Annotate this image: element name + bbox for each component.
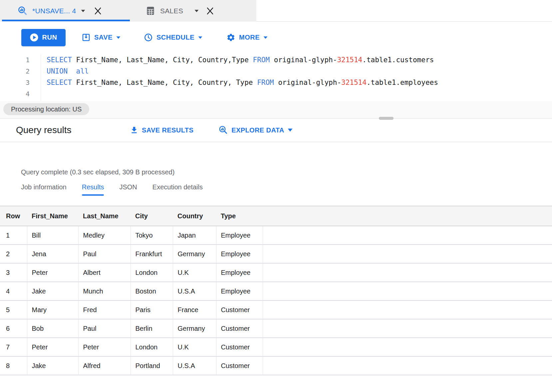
cell-type: Customer — [216, 300, 263, 319]
cell-row-number: 8 — [0, 356, 27, 375]
cell-type: Employee — [216, 263, 263, 282]
tab-execution-details[interactable]: Execution details — [152, 183, 203, 196]
cell-city: Tokyo — [131, 226, 173, 245]
cell-filler — [263, 226, 552, 245]
cell-last-name: Medley — [78, 226, 131, 245]
save-icon — [82, 33, 91, 42]
clock-icon — [144, 33, 153, 42]
cell-city: Boston — [131, 282, 173, 300]
cell-filler — [263, 282, 552, 300]
cell-city: London — [131, 263, 173, 282]
query-results-panel: Query complete (0.3 sec elapsed, 309 B p… — [0, 168, 552, 383]
tab-job-information[interactable]: Job information — [21, 183, 67, 196]
editor-tab-bar: *UNSAVE... 4 — [0, 0, 552, 22]
table-icon — [146, 6, 155, 16]
run-button[interactable]: RUN — [21, 29, 66, 46]
cell-country: Germany — [173, 245, 216, 263]
results-tab-underline — [82, 194, 104, 196]
cell-last-name: Paul — [78, 245, 131, 263]
cell-city: Paris — [131, 300, 173, 319]
save-results-button[interactable]: SAVE RESULTS — [130, 126, 193, 134]
query-toolbar: RUN SAVE SCHEDULE MORE — [0, 22, 552, 53]
chevron-down-icon — [288, 128, 293, 132]
cell-last-name: Munch — [78, 282, 131, 300]
cell-city: London — [131, 338, 173, 356]
tab-unsaved-query-caret[interactable] — [81, 10, 85, 12]
cell-type: Customer — [216, 338, 263, 356]
cell-last-name: Albert — [78, 263, 131, 282]
cell-type: Employee — [216, 245, 263, 263]
cell-type: Employee — [216, 282, 263, 300]
explore-data-icon — [219, 125, 228, 135]
bigquery-screen: *UNSAVE... 4 — [0, 0, 552, 392]
chevron-down-icon — [198, 36, 202, 39]
cell-first-name: Jake — [27, 356, 78, 375]
cell-last-name: Fred — [78, 300, 131, 319]
chevron-down-icon — [194, 10, 199, 12]
tab-results[interactable]: Results — [82, 183, 104, 196]
results-tab-bar: Job information Results JSON Execution d… — [21, 183, 552, 196]
cell-country: Germany — [173, 319, 216, 338]
tab-unsaved-query-label: *UNSAVE... 4 — [32, 7, 76, 15]
query-icon — [17, 6, 28, 16]
play-icon — [30, 33, 39, 42]
table-row: 6 Bob Paul Berlin Germany Customer — [0, 319, 552, 338]
cell-first-name: Jake — [27, 282, 78, 300]
explore-data-button[interactable]: EXPLORE DATA — [219, 125, 293, 135]
tab-sales-label: SALES — [160, 7, 183, 15]
cell-country: U.K — [173, 338, 216, 356]
tab-sales-close[interactable] — [206, 7, 214, 15]
processing-location-chip: Processing location: US — [3, 103, 89, 115]
column-header-country: Country — [173, 206, 216, 226]
table-row: 4 Jake Munch Boston U.S.A Employee — [0, 282, 552, 300]
chevron-down-icon — [116, 36, 121, 39]
column-header-filler — [263, 206, 552, 226]
save-button[interactable]: SAVE — [82, 33, 121, 42]
code-area[interactable]: SELECT First_Name, Last_Name, City, Coun… — [41, 54, 438, 101]
cell-country: U.S.A — [173, 356, 216, 375]
cell-filler — [263, 245, 552, 263]
cell-country: U.K — [173, 263, 216, 282]
cell-row-number: 3 — [0, 263, 27, 282]
tab-json[interactable]: JSON — [119, 183, 137, 196]
cell-row-number: 4 — [0, 282, 27, 300]
cell-first-name: Peter — [27, 263, 78, 282]
cell-row-number: 7 — [0, 338, 27, 356]
table-row: 3 Peter Albert London U.K Employee — [0, 263, 552, 282]
more-button[interactable]: MORE — [226, 33, 268, 42]
column-header-first-name: First_Name — [27, 206, 78, 226]
tab-sales-caret[interactable] — [194, 10, 199, 12]
cell-type: Customer — [216, 356, 263, 375]
cell-last-name: Alfred — [78, 356, 131, 375]
results-table: Row First_Name Last_Name City Country Ty… — [0, 206, 552, 383]
cell-filler — [263, 356, 552, 375]
tab-unsaved-query[interactable]: *UNSAVE... 4 — [0, 0, 130, 22]
schedule-button[interactable]: SCHEDULE — [144, 33, 202, 42]
panel-resize-handle[interactable] — [379, 117, 394, 120]
tab-unsaved-query-close[interactable] — [94, 7, 102, 15]
cell-row-number: 6 — [0, 319, 27, 338]
table-row-partial — [0, 375, 552, 383]
column-header-type: Type — [216, 206, 263, 226]
more-button-label: MORE — [239, 34, 260, 41]
cell-city: Frankfurt — [131, 245, 173, 263]
cell-country: U.S.A — [173, 282, 216, 300]
tab-sales[interactable]: SALES — [130, 0, 256, 22]
cell-filler — [263, 300, 552, 319]
column-header-row: Row — [0, 206, 27, 226]
cell-first-name: Bob — [27, 319, 78, 338]
cell-city: Portland — [131, 356, 173, 375]
save-results-label: SAVE RESULTS — [142, 126, 193, 134]
cell-country: France — [173, 300, 216, 319]
cell-first-name: Jena — [27, 245, 78, 263]
query-results-title: Query results — [16, 125, 98, 135]
column-header-city: City — [131, 206, 173, 226]
cell-filler — [263, 319, 552, 338]
close-icon — [94, 7, 102, 15]
cell-last-name: Peter — [78, 338, 131, 356]
tab-strip: *UNSAVE... 4 — [0, 0, 256, 22]
cell-row-number: 5 — [0, 300, 27, 319]
sql-editor[interactable]: 1 2 3 4 SELECT First_Name, Last_Name, Ci… — [0, 53, 552, 101]
close-icon — [206, 7, 214, 15]
cell-row-number: 2 — [0, 245, 27, 263]
